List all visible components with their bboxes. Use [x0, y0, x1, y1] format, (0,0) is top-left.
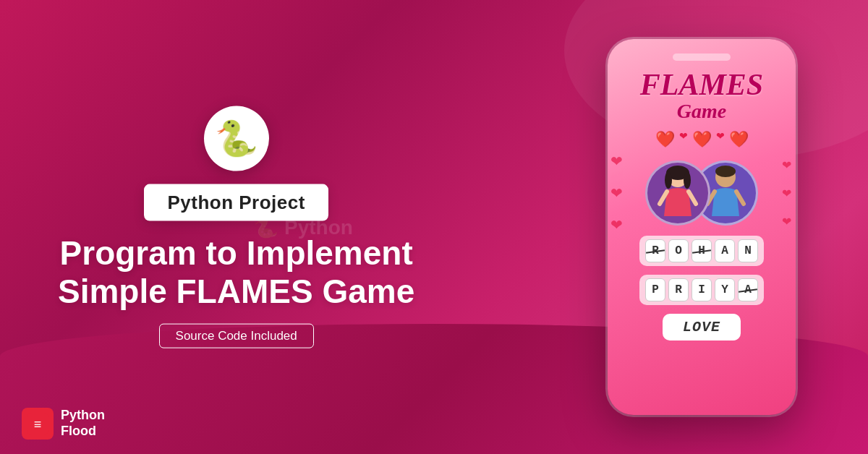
letter-O: O: [668, 239, 689, 262]
side-heart-r2: ❤: [782, 187, 791, 200]
bottom-logo-icon: ≡: [22, 408, 54, 440]
name1-row: R O H A N: [639, 236, 764, 266]
bottom-logo-line2: Flood: [61, 424, 105, 440]
bottom-logo-text: Python Flood: [61, 408, 105, 439]
side-heart-l1: ❤: [610, 153, 623, 170]
source-code-label: Source Code Included: [176, 328, 297, 342]
heart-icon-5: ❤️: [729, 130, 749, 149]
left-content: 🐍 Python Project Program to Implement Si…: [58, 106, 414, 348]
letter-P: P: [645, 278, 665, 301]
phone-mockup: FLAMES Game ❤️ ❤ ❤️ ❤ ❤️ ❤ ❤ ❤: [608, 39, 796, 415]
letter-A2: A: [738, 278, 758, 301]
girl-figure-svg: [652, 164, 703, 222]
flames-game-subtitle: Game: [677, 100, 726, 123]
flames-title: FLAMES: [640, 69, 763, 100]
result-text: LOVE: [683, 319, 720, 335]
name2-row: P R I Y A: [639, 275, 764, 305]
result-display: LOVE: [663, 314, 741, 340]
python-flood-icon-svg: ≡: [27, 413, 48, 434]
letter-I: I: [692, 278, 712, 301]
python-logo-icon: 🐍: [215, 121, 258, 156]
side-heart-l2: ❤: [610, 184, 623, 202]
phone-notch: [673, 53, 731, 61]
avatar-girl: [645, 160, 710, 226]
letter-H: H: [692, 239, 712, 262]
svg-text:≡: ≡: [34, 417, 42, 432]
svg-point-2: [665, 171, 672, 189]
letter-R: R: [645, 239, 665, 262]
source-code-badge: Source Code Included: [159, 323, 314, 348]
side-hearts-right: ❤ ❤ ❤: [782, 158, 791, 228]
hearts-decoration-top: ❤️ ❤ ❤️ ❤ ❤️: [655, 130, 749, 149]
svg-point-3: [684, 171, 691, 189]
side-heart-r3: ❤: [782, 215, 791, 228]
bottom-logo-line1: Python: [61, 408, 105, 424]
project-badge-label: Python Project: [167, 192, 305, 213]
python-logo: 🐍: [204, 106, 269, 171]
heart-icon-3: ❤️: [692, 130, 712, 149]
project-badge: Python Project: [144, 184, 328, 221]
side-hearts-left: ❤ ❤ ❤: [610, 153, 623, 234]
side-heart-r1: ❤: [782, 158, 791, 172]
letter-Y: Y: [715, 278, 735, 301]
heart-icon-1: ❤️: [655, 130, 675, 149]
letter-R2: R: [668, 278, 689, 301]
heart-icon-4: ❤: [716, 130, 725, 149]
letter-N: N: [738, 239, 758, 262]
letter-A1: A: [715, 239, 735, 262]
main-title-line2: Simple FLAMES Game: [58, 273, 414, 310]
heart-icon-2: ❤: [679, 130, 688, 149]
bottom-logo: ≡ Python Flood: [22, 408, 105, 440]
main-title: Program to Implement Simple FLAMES Game: [58, 234, 414, 311]
svg-point-5: [715, 166, 736, 177]
main-title-line1: Program to Implement: [60, 234, 413, 272]
avatars-container: ❤ ❤ ❤: [619, 160, 784, 226]
side-heart-l3: ❤: [610, 216, 623, 234]
